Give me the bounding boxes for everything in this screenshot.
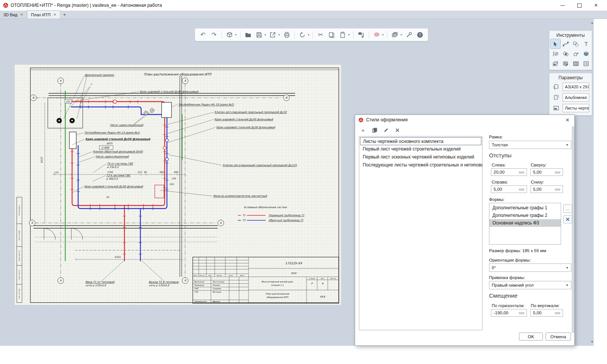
box-tool-button[interactable] (581, 49, 591, 58)
sync-icon[interactable] (298, 31, 307, 39)
redo-icon[interactable]: ↷ (210, 31, 218, 39)
dialog-close-icon[interactable]: ✕ (564, 116, 571, 123)
export-dropdown-icon[interactable]: ▾ (278, 33, 280, 36)
drawing-annotation: сеть ⌀ 133х4,0 (149, 284, 169, 287)
tab-plan-itp[interactable]: План ИТП ✕ (27, 10, 60, 19)
settings-wrench-icon[interactable] (405, 31, 413, 39)
form-anchor-select[interactable]: Правый нижний угол▼ (489, 281, 571, 289)
print-icon[interactable] (283, 31, 291, 39)
shapes-tool-button[interactable] (571, 39, 581, 49)
offset-h-input[interactable]: -190,00мм (491, 309, 527, 317)
format-copy-icon[interactable] (357, 31, 365, 39)
minimize-button[interactable]: — (557, 1, 568, 9)
margin-left-input[interactable]: 20,00мм (491, 168, 527, 176)
forms-delete-button[interactable] (563, 215, 572, 223)
renga-logo-icon (359, 118, 363, 122)
comment-icon[interactable] (373, 31, 381, 39)
form-orientation-value: 0° (492, 265, 496, 270)
style-list-item[interactable]: Листы чертежей основного комплекта (360, 137, 481, 145)
edit-style-icon[interactable] (382, 127, 389, 133)
extrude-tool-button[interactable] (571, 49, 581, 58)
offset-h-label: По горизонтали: (492, 303, 525, 308)
drawing-canvas[interactable]: ▾ ▾ ↶ ↷ ▾ ▾ ▾ ▾ ✂ ▾ (0, 19, 594, 346)
save-icon[interactable] (255, 31, 263, 39)
dimension-tool-icon (552, 51, 558, 57)
sheet-style-select[interactable]: Листы чертеж▼ (563, 104, 589, 112)
style-list-item[interactable]: Первый лист эскизных чертежей нетиповых … (360, 153, 481, 161)
forms-more-button[interactable]: ... (563, 204, 572, 213)
project-dropdown-icon[interactable]: ▾ (235, 33, 237, 36)
cancel-button[interactable]: Отмена (546, 333, 571, 340)
form-list-item[interactable]: Основная надпись Ф3 (489, 219, 561, 227)
text-tool-button[interactable]: T (581, 39, 591, 49)
dimension-tool-button[interactable] (550, 49, 560, 58)
dialog-scrollbar[interactable] (572, 126, 574, 333)
panel-scroll-up-icon[interactable]: ▾ (591, 21, 593, 25)
margin-bottom-input[interactable]: 5,00мм (530, 185, 563, 193)
table-edit-tool-button[interactable] (561, 59, 571, 68)
drawing-annotation: Фильтр шламоотделитель магнитный (213, 195, 267, 198)
svg-text:?: ? (419, 33, 421, 37)
margin-right-input[interactable]: 5,00мм (491, 185, 527, 193)
form-orientation-select[interactable]: 0°▼ (489, 264, 571, 272)
comment-dropdown-icon[interactable]: ▾ (382, 33, 384, 36)
project-icon[interactable] (225, 31, 234, 39)
sheets-icon[interactable] (391, 31, 399, 39)
sync-dropdown-icon[interactable]: ▾ (308, 33, 310, 36)
maximize-button[interactable] (574, 1, 585, 9)
tab-close-icon[interactable]: ✕ (20, 13, 23, 17)
params-panel: Параметры A3(420 x 297)▼ Альбомная▼ Лист… (549, 73, 592, 116)
params-panel-title: Параметры (549, 73, 592, 82)
margin-top-input[interactable]: 5,00мм (530, 168, 563, 176)
cut-icon[interactable]: ✂ (316, 31, 325, 39)
orientation-select[interactable]: Альбомная▼ (563, 93, 589, 102)
sheet-tool-button[interactable]: A1 (550, 59, 560, 68)
paper-size-select[interactable]: A3(420 x 297)▼ (563, 83, 589, 91)
frame-select[interactable]: Толстая▼ (489, 141, 571, 149)
forms-list[interactable]: Дополнительные графы 1Дополнительные гра… (489, 203, 561, 245)
titleblock-text: № док (217, 275, 222, 276)
open-icon[interactable] (244, 31, 252, 39)
titleblock-text: 172125-ХХ (285, 262, 303, 265)
chevron-down-icon: ▼ (566, 284, 569, 287)
form-list-item[interactable]: Дополнительные графы 1 (489, 204, 561, 212)
style-list-tool-button[interactable] (581, 59, 591, 68)
save-dropdown-icon[interactable]: ▾ (265, 33, 266, 36)
titleblock-text: Попова (212, 284, 220, 286)
add-style-icon[interactable]: + (360, 127, 366, 133)
ok-button[interactable]: OK (519, 333, 543, 340)
select-tool-button[interactable] (550, 39, 560, 49)
new-tab-button[interactable]: + (60, 11, 69, 19)
area-tool-button[interactable]: A (561, 49, 571, 58)
offset-v-input[interactable]: 5,00мм (530, 309, 563, 317)
close-button[interactable]: ✕ (590, 1, 602, 9)
undo-icon[interactable]: ↶ (199, 31, 207, 39)
drawing-annotation: Клапан регулирующий седельный проходной … (214, 111, 287, 114)
styles-list[interactable]: Листы чертежей основного комплектаПервый… (359, 136, 483, 330)
titleblock-text: Выполнил (194, 281, 204, 283)
table-tool-button[interactable] (571, 59, 581, 68)
sheets-dropdown-icon[interactable]: ▾ (401, 33, 402, 36)
text-tool-icon: T (583, 41, 589, 47)
dimension-text: 83 (106, 196, 110, 198)
drawing-annotation: Т3 к системе ГВС (106, 174, 131, 177)
delete-style-icon[interactable] (394, 127, 401, 133)
style-list-item[interactable]: Первый лист чертежей строительных издели… (360, 145, 481, 153)
help-icon[interactable]: ? (416, 31, 424, 39)
tab-close-icon[interactable]: ✕ (53, 13, 57, 17)
drawing-sheet[interactable]: 6225125278521580880880105195836355 План … (14, 64, 341, 305)
tab-3d-view[interactable]: 3D Вид ✕ (0, 11, 27, 19)
drawing-annotation: Клапан обратный фланцевый Dn50 (93, 150, 143, 153)
style-list-item[interactable]: Последующие листы чертежей строительных … (360, 161, 481, 169)
paste-icon[interactable] (338, 31, 347, 39)
panel-scroll-down-icon[interactable]: ▾ (591, 340, 593, 344)
duplicate-style-icon[interactable] (371, 127, 378, 133)
form-anchor-value: Правый нижний угол (492, 283, 533, 287)
copy-icon[interactable] (327, 31, 336, 39)
paste-dropdown-icon[interactable]: ▾ (348, 33, 350, 36)
offset-header: Смещение (489, 292, 517, 299)
spline-tool-button[interactable] (561, 39, 571, 49)
drawing-annotation: Теплообменник Ридан НН 14 (рама №1) (84, 131, 140, 134)
form-list-item[interactable]: Дополнительные графы 2 (489, 212, 561, 219)
export-icon[interactable] (269, 31, 277, 39)
